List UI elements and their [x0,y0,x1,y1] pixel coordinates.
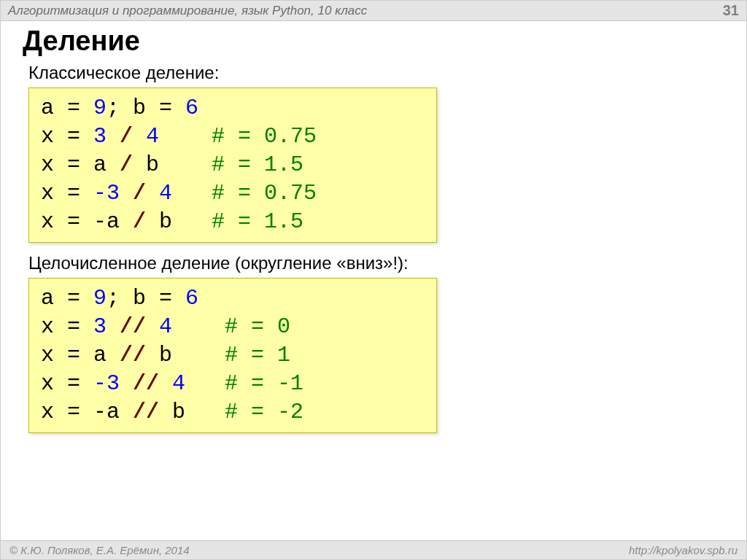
code-token: ; [107,286,133,311]
code-token: # = 1 [225,343,290,368]
code-line: x = -3 // 4 # = -1 [41,370,425,398]
code-token: = [67,96,80,120]
code-token: = [67,181,80,206]
code-token: = [67,286,80,311]
code-token: = [67,371,80,396]
code-token: x [41,181,67,206]
slide-title: Деление [23,26,724,57]
code-token: x [41,371,67,396]
code-token: = a [67,152,120,177]
slide-footer: © К.Ю. Поляков, Е.А. Ерёмин, 2014 http:/… [1,540,746,559]
code-token: 9 [80,96,107,120]
code-line: a = 9; b = 6 [41,284,425,313]
code-token: 4 [159,371,225,396]
header-title: Алгоритмизация и программирование, язык … [8,4,367,18]
code-token: x [41,152,67,177]
code-token: 3 [80,124,120,149]
page-number: 31 [723,2,739,19]
code-token: // [120,314,146,339]
code-token: 4 [133,124,212,149]
code-token: 9 [80,286,107,311]
code-token: a [41,286,67,311]
code-token: = [159,96,172,120]
code-box: a = 9; b = 6x = 3 / 4 # = 0.75x = a / b … [28,88,437,243]
code-token: # = 0.75 [212,124,317,149]
code-token: x [41,209,67,234]
code-token: = -a [67,209,133,234]
code-token: b [133,152,212,177]
code-token: / [133,209,146,234]
code-token: # = 1.5 [212,152,303,177]
code-token: // [120,343,146,368]
code-token: = [67,124,80,149]
code-token: -3 [80,371,133,396]
code-token: # = 0.75 [212,181,317,206]
code-token: 3 [80,314,120,339]
code-token: 4 [146,314,225,339]
code-token: 4 [146,181,212,206]
code-line: x = 3 / 4 # = 0.75 [41,122,425,151]
code-token: -3 [80,181,133,206]
code-token: # = 1.5 [212,209,303,234]
code-token: # = -2 [225,400,303,424]
slide-content: Деление Классическое деление:a = 9; b = … [1,21,746,540]
code-token: // [133,371,159,396]
code-token: = [67,314,80,339]
code-token: b [146,209,212,234]
code-token: = -a [67,400,133,424]
code-token: 6 [172,96,198,120]
code-token: // [133,400,159,424]
section-subtitle: Классическое деление: [28,63,724,83]
code-token: = a [67,343,120,368]
code-box: a = 9; b = 6x = 3 // 4 # = 0x = a // b #… [28,278,437,433]
code-token: x [41,124,67,149]
code-token: # = -1 [225,371,303,396]
footer-right: http://kpolyakov.spb.ru [629,544,738,556]
code-line: x = -3 / 4 # = 0.75 [41,179,425,208]
code-token: / [120,124,133,149]
code-line: x = 3 // 4 # = 0 [41,313,425,341]
code-token: / [133,181,146,206]
code-token: / [120,152,133,177]
code-token: x [41,400,67,424]
code-token: x [41,343,67,368]
code-token: b [146,343,225,368]
code-token: b [133,96,159,120]
code-token: a [41,96,67,120]
slide-header: Алгоритмизация и программирование, язык … [1,1,746,21]
code-line: a = 9; b = 6 [41,94,425,122]
code-line: x = a // b # = 1 [41,341,425,370]
code-token: 6 [172,286,198,311]
code-token: # = 0 [225,314,290,339]
code-line: x = -a // b # = -2 [41,398,425,427]
code-token: = [159,286,172,311]
code-token: b [159,400,225,424]
slide: Алгоритмизация и программирование, язык … [0,0,747,560]
code-token: x [41,314,67,339]
footer-left: © К.Ю. Поляков, Е.А. Ерёмин, 2014 [9,544,190,556]
code-line: x = a / b # = 1.5 [41,151,425,179]
section-subtitle: Целочисленное деление (округление «вниз»… [28,253,724,273]
code-line: x = -a / b # = 1.5 [41,208,425,236]
code-token: b [133,286,159,311]
code-token: ; [107,96,133,120]
